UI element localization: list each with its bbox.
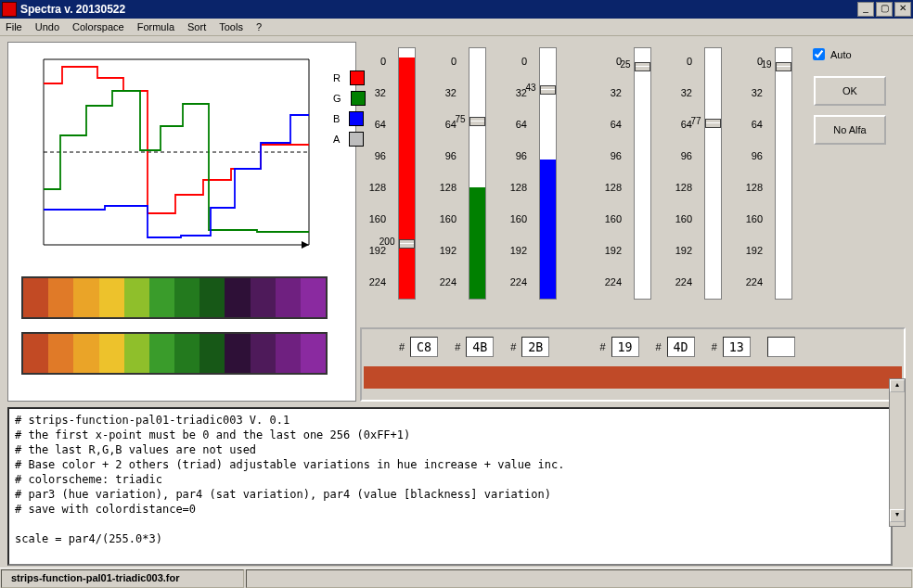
hex-color-panel: # # # # # # [360, 327, 906, 402]
upper-panels: R G B A 03264961281601922242000326496128… [0, 36, 913, 405]
slider-thumb[interactable] [469, 117, 485, 126]
close-button[interactable]: ✕ [894, 2, 911, 17]
palette-swatch [99, 278, 124, 317]
auto-checkbox[interactable] [813, 48, 825, 60]
slider-G[interactable]: 032649612816019222475 [431, 45, 497, 326]
preview-color-bar [364, 366, 902, 389]
slider-tick: 96 [360, 140, 386, 172]
hash-icon: # [656, 341, 662, 352]
palette-swatch [149, 278, 174, 317]
slider-tick: 224 [501, 266, 527, 298]
palette-swatch [48, 334, 73, 373]
slider-value-label: 25 [612, 59, 631, 70]
hex-full-input[interactable] [767, 337, 795, 357]
slider-tick: 128 [501, 172, 527, 203]
slider-tick: 32 [596, 77, 622, 109]
palette-swatch [174, 278, 199, 317]
formula-editor[interactable]: # strips-function-pal01-triadic003 V. 0.… [7, 407, 893, 566]
palette-swatch [48, 278, 73, 317]
slider-thumb[interactable] [540, 85, 556, 95]
palette-swatch [73, 278, 98, 317]
slider-tick: 32 [431, 77, 456, 109]
slider-tick: 160 [431, 203, 456, 235]
maximize-button[interactable]: ▢ [876, 2, 893, 17]
slider-tick: 224 [431, 266, 456, 298]
rgb-curve-chart [16, 50, 318, 263]
slider-track[interactable]: 43 [539, 47, 557, 300]
no-alfa-button[interactable]: No Alfa [814, 115, 886, 145]
menu-formula[interactable]: Formula [137, 21, 174, 32]
slider-tick: 128 [666, 172, 692, 203]
hex-p1-input[interactable] [611, 337, 639, 357]
palette-swatch [124, 334, 149, 373]
slider-B[interactable]: 032649612816019222443 [501, 45, 568, 326]
slider-track[interactable]: 200 [398, 47, 416, 300]
palette-swatch [225, 278, 250, 317]
slider-fill [399, 58, 415, 299]
menu-sort[interactable]: Sort [187, 21, 206, 32]
slider-thumb[interactable] [705, 119, 721, 128]
slider-track[interactable]: 19 [775, 47, 792, 300]
sliders-controls-panel: 0326496128160192224200032649612816019222… [360, 42, 906, 402]
client-area: R G B A 03264961281601922242000326496128… [0, 36, 913, 588]
slider-tick: 96 [596, 140, 622, 172]
palette-swatch [124, 278, 149, 317]
menu-undo[interactable]: Undo [35, 21, 59, 32]
palette-swatch [149, 334, 174, 373]
slider-track[interactable]: 77 [704, 47, 722, 300]
hash-icon: # [399, 341, 405, 352]
slider-tick: 96 [501, 140, 527, 172]
editor-scrollbar[interactable]: ▴ ▾ [889, 378, 906, 527]
palette-swatch [225, 334, 250, 373]
slider-track[interactable]: 75 [469, 47, 486, 300]
scroll-up-button[interactable]: ▴ [890, 379, 905, 392]
menu-colorspace[interactable]: Colorspace [72, 21, 124, 32]
palette-swatch [174, 334, 199, 373]
slider-tick: 32 [360, 77, 386, 109]
slider-p3[interactable]: 032649612816019222419 [737, 45, 804, 326]
hex-p2-input[interactable] [667, 337, 695, 357]
slider-R[interactable]: 0326496128160192224200 [360, 45, 427, 326]
palette-swatch [276, 334, 301, 373]
slider-tick: 64 [737, 109, 763, 140]
slider-tick: 192 [666, 235, 692, 266]
slider-tick: 192 [596, 235, 622, 266]
hex-g-input[interactable] [466, 337, 494, 357]
palette-swatch [276, 278, 301, 317]
slider-value-label: 200 [377, 236, 395, 247]
slider-tick: 64 [596, 109, 622, 140]
slider-tick: 96 [431, 140, 456, 172]
palette-swatch [23, 334, 48, 373]
controls-column: Auto OK No Alfa [804, 42, 906, 326]
slider-p2[interactable]: 032649612816019222477 [666, 45, 733, 326]
slider-tick: 192 [431, 235, 456, 266]
status-bar: strips-function-pal01-triadic003.for [0, 568, 913, 588]
ok-button[interactable]: OK [814, 76, 886, 106]
hex-b-input[interactable] [521, 337, 549, 357]
menu-tools[interactable]: Tools [219, 21, 243, 32]
hash-icon: # [510, 341, 516, 352]
hex-p3-input[interactable] [723, 337, 751, 357]
slider-tick: 0 [431, 45, 456, 77]
slider-p1[interactable]: 032649612816019222425 [596, 45, 662, 326]
slider-track[interactable]: 25 [634, 47, 651, 300]
hex-r-input[interactable] [410, 337, 438, 357]
slider-tick: 192 [737, 235, 763, 266]
palette-swatch [251, 334, 276, 373]
slider-fill [469, 187, 485, 299]
menu-file[interactable]: File [6, 21, 22, 32]
slider-thumb[interactable] [399, 239, 415, 249]
slider-thumb[interactable] [635, 62, 650, 71]
scroll-down-button[interactable]: ▾ [890, 509, 905, 522]
window-title: Spectra v. 20130522 [20, 3, 855, 16]
palette-swatch [301, 278, 326, 317]
palette-swatch [23, 278, 48, 317]
slider-thumb[interactable] [776, 62, 791, 71]
slider-tick: 128 [737, 172, 763, 203]
slider-tick: 160 [360, 203, 386, 235]
menu-help[interactable]: ? [256, 21, 262, 32]
slider-tick: 160 [501, 203, 527, 235]
minimize-button[interactable]: _ [857, 2, 874, 17]
palette-swatch [199, 278, 225, 317]
palette-swatch [73, 334, 98, 373]
